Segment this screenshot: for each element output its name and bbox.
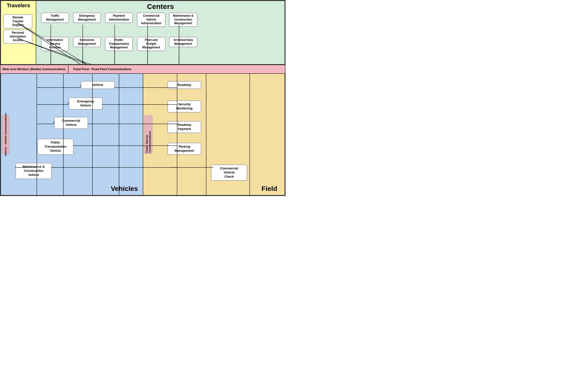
archived-data-management-box: Archived DataManagement	[169, 37, 198, 47]
maintenance-construction-vehicle-box: Maintenance &ConstructionVehicle	[15, 163, 52, 179]
security-monitoring-box: SecurityMonitoring	[167, 101, 201, 113]
commercial-vehicle-check-box: CommercialVehicleCheck	[211, 165, 247, 181]
vehicle-box: Vehicle	[81, 81, 115, 89]
travelers-title: Travelers	[1, 1, 36, 10]
remote-traveler-support-box: RemoteTravelerSupport	[3, 14, 32, 29]
field-section: Field - Vehicle Communications Field Roa…	[143, 74, 285, 196]
commercial-vehicle-administration-box: CommercialVehicleAdministration	[137, 13, 166, 27]
travelers-section: Travelers RemoteTravelerSupport Personal…	[0, 0, 36, 65]
vehicles-title: Vehicles	[111, 185, 138, 193]
fleet-freight-management-box: Fleet andFreightManagement	[137, 37, 166, 51]
traffic-management-box: TrafficManagement	[41, 13, 69, 23]
public-transportation-vehicle-box: PublicTransportationVehicle	[37, 139, 73, 155]
emergency-vehicle-box: EmergencyVehicle	[69, 98, 103, 110]
roadway-box: Roadway	[167, 81, 201, 89]
main-container: Travelers RemoteTravelerSupport Personal…	[0, 0, 286, 196]
field-title: Field	[262, 185, 277, 193]
emergency-management-box: EmergencyManagement	[73, 13, 101, 23]
field-vehicle-communications-label: Field - Vehicle Communications	[144, 115, 152, 154]
lower-section: Vehicle - Vehicle Communications Vehicle…	[0, 74, 285, 196]
comms-divider	[68, 65, 69, 74]
emissions-management-box: EmissionsManagement	[73, 37, 101, 47]
centers-title: Centers	[36, 1, 285, 12]
information-service-provider-box: InformationServiceProvider	[41, 37, 69, 51]
vehicle-vehicle-communications-label: Vehicle - Vehicle Communications	[2, 115, 9, 154]
centers-section: Centers TrafficManagement EmergencyManag…	[36, 0, 285, 65]
vehicles-section: Vehicle - Vehicle Communications Vehicle…	[0, 74, 143, 196]
public-transportation-management-box: PublicTransportationManagement	[105, 37, 133, 51]
payment-administration-box: PaymentAdministration	[105, 13, 133, 23]
parking-management-box: ParkingManagement	[167, 143, 201, 155]
roadway-payment-box: RoadwayPayment	[167, 121, 201, 133]
wide-area-wireless-label: Wide Area Wireless (Mobile) Communicatio…	[0, 68, 66, 71]
commercial-vehicle-box: CommercialVehicle	[54, 117, 88, 129]
maintenance-construction-management-box: Maintenance &ConstructionManagement	[169, 13, 198, 27]
fixed-point-label: Fixed Point - Fixed Point Communications	[71, 68, 132, 71]
communications-bar: Wide Area Wireless (Mobile) Communicatio…	[0, 65, 285, 74]
personal-information-access-box: PersonalInformationAccess	[3, 29, 32, 44]
